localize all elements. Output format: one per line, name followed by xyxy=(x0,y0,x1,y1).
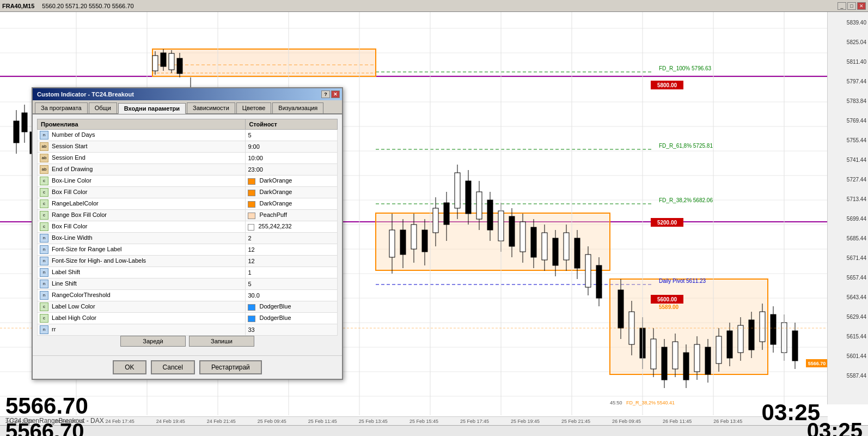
minimize-btn[interactable]: _ xyxy=(838,2,846,10)
svg-text:5600.00: 5600.00 xyxy=(657,296,677,302)
svg-rect-77 xyxy=(411,225,417,249)
param-name-range-box-fill: c Range Box Fill Color xyxy=(38,210,246,221)
dialog-help-btn[interactable]: ? xyxy=(321,90,330,98)
table-row[interactable]: c RangeLabelColor DarkOrange xyxy=(38,198,338,210)
svg-text:FD_R_38,2%  5682.06: FD_R_38,2% 5682.06 xyxy=(659,197,713,203)
tab-viz[interactable]: Визуализация xyxy=(272,102,323,113)
cancel-button[interactable]: Cancel xyxy=(151,360,195,374)
param-name: c Box Fill Color xyxy=(38,221,246,233)
table-row[interactable]: c Box Fill Color DarkOrange xyxy=(38,187,338,198)
table-row[interactable]: c Range Box Fill Color PeachPuff xyxy=(38,210,338,221)
svg-text:5566.70: 5566.70 xyxy=(808,361,826,366)
param-value: 10:00 xyxy=(246,153,338,164)
price-5741: 5741.44 xyxy=(847,157,866,163)
tab-about[interactable]: За програмата xyxy=(35,102,88,113)
svg-rect-119 xyxy=(651,339,656,369)
time-label-12: 25 Feb 21:45 xyxy=(561,419,590,424)
param-value: 5 xyxy=(246,130,338,141)
dialog-title-bar: Custom Indicator - TC24.Breakout ? ✕ xyxy=(33,88,342,100)
table-row[interactable]: c Label High Color DodgerBlue xyxy=(38,313,338,324)
icon-color: c xyxy=(40,302,48,311)
tab-inputs[interactable]: Входни параметри xyxy=(118,103,186,114)
param-name: ab Session End xyxy=(38,153,246,164)
time-label-4: 24 Feb 19:45 xyxy=(156,419,185,424)
color-swatch xyxy=(248,178,255,185)
save-button[interactable]: Запиши xyxy=(189,336,254,347)
title-bar-left: FRA40,M15 5560.20 5571.20 5550.70 5566.7… xyxy=(2,3,134,9)
price-5615: 5615.44 xyxy=(847,334,866,340)
icon-num: n xyxy=(40,268,48,277)
svg-text:FD_R_100%  5796.63: FD_R_100% 5796.63 xyxy=(659,65,712,71)
table-row[interactable]: ab End of Drawing 23:00 xyxy=(38,164,338,175)
table-row[interactable]: n Font-Size for High- and Low-Labels 12 xyxy=(38,256,338,267)
param-value: PeachPuff xyxy=(246,210,338,221)
param-value: DarkOrange xyxy=(246,198,338,210)
param-value: 33 xyxy=(246,324,338,336)
table-row[interactable]: c Box-Line Color DarkOrange xyxy=(38,175,338,187)
price-5769: 5769.44 xyxy=(847,118,866,124)
maximize-btn[interactable]: □ xyxy=(847,2,856,10)
svg-rect-129 xyxy=(705,347,711,374)
svg-rect-49 xyxy=(161,53,166,66)
chart-title: FRA40,M15 xyxy=(2,3,34,9)
time-label-13: 26 Feb 09:45 xyxy=(612,419,641,424)
svg-rect-87 xyxy=(466,181,471,214)
time-label-7: 25 Feb 11:45 xyxy=(308,419,337,424)
price-5699: 5699.44 xyxy=(847,216,866,222)
icon-num: n xyxy=(40,280,48,288)
table-row[interactable]: n Line Shift 5 xyxy=(38,278,338,290)
table-row[interactable]: c Box Fill Color 255,242,232 xyxy=(38,221,338,233)
svg-rect-131 xyxy=(716,336,722,364)
dialog-tabs: За програмата Общи Входни параметри Зави… xyxy=(33,100,342,114)
icon-ab: ab xyxy=(40,165,48,174)
param-value: 23:00 xyxy=(246,164,338,175)
svg-rect-31 xyxy=(22,113,27,132)
icon-color: c xyxy=(40,314,48,323)
tab-deps[interactable]: Зависимости xyxy=(187,102,235,113)
color-swatch xyxy=(248,304,255,311)
tab-common[interactable]: Общи xyxy=(89,102,117,113)
dialog-close-btn[interactable]: ✕ xyxy=(331,90,340,98)
reset-button[interactable]: Заредѝ xyxy=(120,336,186,347)
close-btn[interactable]: ✕ xyxy=(857,2,866,10)
svg-rect-97 xyxy=(520,222,525,252)
current-time: 03:25 xyxy=(762,401,820,424)
svg-rect-113 xyxy=(618,290,624,328)
table-row[interactable]: n Number of Days 5 xyxy=(38,130,338,141)
param-value: 12 xyxy=(246,244,338,256)
table-row[interactable]: n Label Shift 1 xyxy=(38,267,338,278)
svg-rect-25 xyxy=(152,49,376,76)
param-value: DarkOrange xyxy=(246,175,338,187)
ok-button[interactable]: OK xyxy=(113,360,146,374)
table-row[interactable]: n RangeColorThreshold 30.0 xyxy=(38,290,338,301)
color-swatch xyxy=(248,213,255,219)
table-row[interactable]: c Label Low Color DodgerBlue xyxy=(38,301,338,313)
col-value: Стойност xyxy=(246,119,338,130)
icon-color: c xyxy=(40,199,48,208)
svg-rect-47 xyxy=(152,56,158,71)
table-row[interactable]: ab Session End 10:00 xyxy=(38,153,338,164)
table-row[interactable]: n Box-Line Width 2 xyxy=(38,233,338,244)
title-bar: FRA40,M15 5560.20 5571.20 5550.70 5566.7… xyxy=(0,0,868,12)
indicator-dialog[interactable]: Custom Indicator - TC24.Breakout ? ✕ За … xyxy=(32,87,343,380)
table-row[interactable]: n Font-Size for Range Label 12 xyxy=(38,244,338,256)
svg-text:FD_R_38,2%  5540.41: FD_R_38,2% 5540.41 xyxy=(626,400,675,405)
svg-rect-127 xyxy=(694,344,700,372)
time-axis: 24 Feb 2020 24 Feb 15:45 24 Feb 17:45 24… xyxy=(0,416,828,425)
svg-rect-123 xyxy=(673,342,678,369)
tab-colors[interactable]: Цветове xyxy=(236,102,271,113)
price-5811: 5811.40 xyxy=(847,59,866,65)
param-name: c Label High Color xyxy=(38,313,246,324)
svg-rect-51 xyxy=(169,53,174,70)
svg-rect-109 xyxy=(585,255,591,287)
status-bar: 5566.70 03:25 xyxy=(0,425,868,436)
svg-rect-139 xyxy=(760,312,765,342)
table-row[interactable]: n rr 33 xyxy=(38,324,338,336)
title-bar-buttons: _ □ ✕ xyxy=(838,2,866,10)
checkbox-unchecked[interactable] xyxy=(248,224,254,231)
svg-rect-105 xyxy=(564,233,569,260)
price-5825: 5825.04 xyxy=(847,39,866,45)
table-row[interactable]: ab Session Start 9:00 xyxy=(38,141,338,153)
price-5629: 5629.44 xyxy=(847,314,866,320)
restart-button[interactable]: Рестартирай xyxy=(199,360,262,374)
